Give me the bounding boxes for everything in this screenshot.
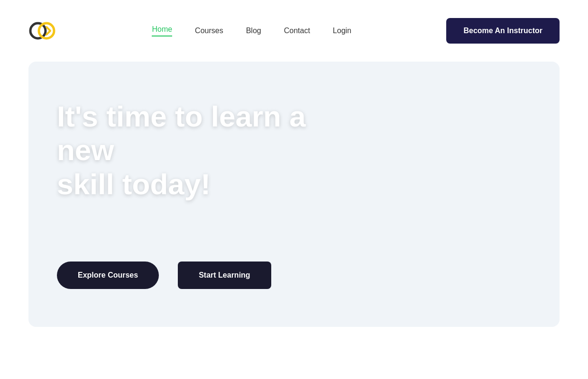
- header: Home Courses Blog Contact Login Become A…: [0, 0, 588, 62]
- hero-title: It's time to learn a new skill today!: [57, 99, 351, 201]
- main-nav: Home Courses Blog Contact Login: [152, 25, 351, 36]
- start-learning-button[interactable]: Start Learning: [178, 262, 271, 289]
- hero-title-line1: It's time to learn a new: [57, 100, 306, 166]
- nav-blog[interactable]: Blog: [246, 27, 261, 35]
- nav-home[interactable]: Home: [152, 25, 172, 36]
- become-instructor-button[interactable]: Become An Instructor: [446, 18, 560, 44]
- nav-contact[interactable]: Contact: [284, 27, 310, 35]
- hero-title-line2: skill today!: [57, 168, 211, 200]
- nav-courses[interactable]: Courses: [195, 27, 223, 35]
- explore-courses-button[interactable]: Explore Courses: [57, 262, 159, 289]
- logo-icon: [28, 17, 57, 45]
- nav-login[interactable]: Login: [333, 27, 351, 35]
- logo: [28, 17, 57, 45]
- hero-buttons: Explore Courses Start Learning: [57, 262, 531, 289]
- hero-title-block: It's time to learn a new skill today!: [57, 99, 531, 201]
- hero-section: It's time to learn a new skill today! Ex…: [28, 62, 560, 327]
